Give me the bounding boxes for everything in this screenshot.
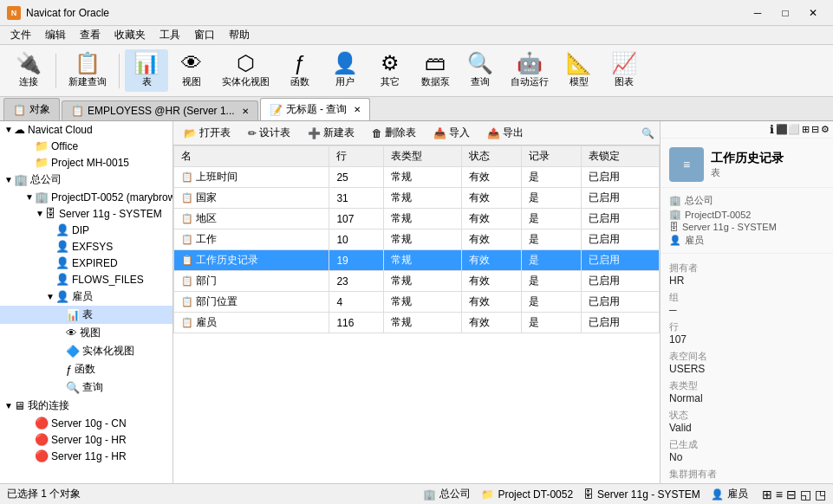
sec-btn-5[interactable]: 📤导出	[482, 124, 529, 142]
settings-btn[interactable]: ⚙	[821, 124, 830, 135]
item-label: 表	[82, 307, 93, 322]
sec-btn-4[interactable]: 📥导入	[428, 124, 475, 142]
status-collapse-btn[interactable]: ◳	[815, 488, 826, 501]
toolbar-view[interactable]: 👁视图	[170, 49, 213, 92]
tree-section-我的连接[interactable]: ▼🖥我的连接	[0, 397, 172, 415]
table-row[interactable]: 📋 部门位置4常规有效是已启用	[174, 292, 660, 313]
col-header-表类型[interactable]: 表类型	[384, 146, 462, 167]
cell-表类型: 常规	[384, 271, 462, 292]
search-button[interactable]: 🔍	[641, 127, 654, 139]
tree-item-Server 11g - HR[interactable]: 🔴Server 11g - HR	[0, 448, 172, 464]
menu-item-查看[interactable]: 查看	[73, 26, 107, 44]
table-row[interactable]: 📋 工作历史记录19常规有效是已启用	[174, 250, 660, 271]
arrow-icon: ▼	[3, 175, 14, 184]
cell-表类型: 常规	[384, 313, 462, 333]
toolbar-user[interactable]: 👤用户	[323, 49, 367, 92]
menu-item-工具[interactable]: 工具	[153, 26, 187, 44]
tree-item-函数[interactable]: ƒ函数	[0, 360, 172, 378]
tab-icon-employees: 📋	[71, 105, 84, 117]
sec-btn-1[interactable]: ✏设计表	[243, 124, 296, 142]
tree-item-查询[interactable]: 🔍查询	[0, 378, 172, 397]
tree-item-EXPIRED[interactable]: 👤EXPIRED	[0, 255, 172, 271]
tree-item-Server 10g - CN[interactable]: 🔴Server 10g - CN	[0, 415, 172, 431]
tree-item-Server 11g - SYSTEM[interactable]: ▼🗄Server 11g - SYSTEM	[0, 205, 172, 222]
toolbar-new-query[interactable]: 📋新建查询	[62, 49, 114, 92]
tab-employees[interactable]: 📋EMPLOYESS @HR (Server 1...✕	[62, 100, 258, 120]
status-list-btn[interactable]: ≡	[776, 488, 783, 501]
status-item-Server 11g - SYSTEM: 🗄Server 11g - SYSTEM	[583, 488, 700, 501]
close-button[interactable]: ✕	[800, 4, 826, 22]
toolbar-other[interactable]: ⚙其它	[368, 49, 412, 92]
tab-close-employees[interactable]: ✕	[242, 107, 249, 116]
toolbar-materialized-view[interactable]: ⬡实体化视图	[215, 49, 277, 92]
status-grid-btn[interactable]: ⊞	[762, 488, 772, 501]
tab-objects[interactable]: 📋对象	[3, 98, 60, 120]
item-label: 函数	[75, 362, 95, 377]
col-header-表锁定[interactable]: 表锁定	[582, 146, 660, 167]
toolbar-query[interactable]: 🔍查询	[459, 49, 502, 92]
toolbar-connect[interactable]: 🔌连接	[7, 49, 50, 92]
tree-item-ProjectDT-0052 (marybrown@...)[interactable]: ▼🏢ProjectDT-0052 (marybrown@...)	[0, 189, 172, 205]
sec-btn-0[interactable]: 📂打开表	[179, 124, 236, 142]
tree-item-FLOWS_FILES[interactable]: 👤FLOWS_FILES	[0, 271, 172, 288]
tree-item-表[interactable]: 📊表	[0, 306, 172, 324]
tree-section-Navicat Cloud[interactable]: ▼☁Navicat Cloud	[0, 121, 172, 138]
connect-label: 连接	[19, 75, 38, 88]
menu-item-帮助[interactable]: 帮助	[222, 26, 257, 44]
info-header: ≡ 工作历史记录 表	[661, 139, 833, 188]
tree-item-视图[interactable]: 👁视图	[0, 324, 172, 342]
toolbar-chart[interactable]: 📈图表	[602, 49, 646, 92]
toolbar-table[interactable]: 📊表	[125, 49, 168, 92]
tab-close-untitled-query[interactable]: ✕	[354, 105, 361, 114]
tree-item-雇员[interactable]: ▼👤雇员	[0, 288, 172, 306]
tree-section-总公司[interactable]: ▼🏢总公司	[0, 171, 172, 189]
tree-item-EXFSYS[interactable]: 👤EXFSYS	[0, 238, 172, 255]
hex-btn[interactable]: ⬛⬜	[776, 124, 800, 135]
tab-untitled-query[interactable]: 📝无标题 - 查询✕	[260, 98, 371, 120]
cell-状态: 有效	[461, 209, 521, 229]
breadcrumb-icon: 👤	[669, 235, 681, 246]
grid-btn[interactable]: ⊞	[802, 124, 810, 135]
status-detail-btn[interactable]: ⊟	[786, 488, 797, 501]
cell-记录: 是	[521, 271, 581, 292]
item-icon: 🔷	[66, 345, 80, 358]
prop-label-行: 行	[669, 320, 824, 333]
tree-item-Server 10g - HR[interactable]: 🔴Server 10g - HR	[0, 431, 172, 448]
table-row[interactable]: 📋 地区107常规有效是已启用	[174, 209, 660, 229]
menu-item-窗口[interactable]: 窗口	[187, 26, 222, 44]
toolbar-auto-run[interactable]: 🤖自动运行	[504, 49, 556, 92]
layout-btn[interactable]: ⊟	[811, 124, 819, 135]
menu-item-编辑[interactable]: 编辑	[38, 26, 73, 44]
sec-btn-3[interactable]: 🗑删除表	[367, 124, 421, 142]
minimize-button[interactable]: ─	[745, 4, 771, 22]
toolbar-function[interactable]: ƒ函数	[278, 49, 322, 92]
table-row[interactable]: 📋 国家31常规有效是已启用	[174, 188, 660, 209]
table-row[interactable]: 📋 部门23常规有效是已启用	[174, 271, 660, 292]
main-panel: 📂打开表✏设计表➕新建表🗑删除表📥导入📤导出🔍 名行表类型状态记录表锁定 📋 上…	[173, 121, 660, 483]
titlebar-controls: ─ □ ✕	[745, 4, 826, 22]
tree-item-Office[interactable]: 📁Office	[0, 138, 172, 154]
sec-label-2: 新建表	[323, 126, 355, 140]
table-row[interactable]: 📋 雇员116常规有效是已启用	[174, 313, 660, 333]
tree-item-DIP[interactable]: 👤DIP	[0, 222, 172, 238]
status-icon: 📁	[481, 488, 494, 501]
function-label: 函数	[290, 75, 309, 88]
cell-行: 116	[329, 313, 384, 333]
tree-item-Project MH-0015[interactable]: 📁Project MH-0015	[0, 154, 172, 171]
col-header-行[interactable]: 行	[329, 146, 384, 167]
sec-btn-2[interactable]: ➕新建表	[303, 124, 360, 142]
menu-item-文件[interactable]: 文件	[3, 26, 38, 44]
table-row[interactable]: 📋 工作10常规有效是已启用	[174, 229, 660, 250]
col-header-名[interactable]: 名	[174, 146, 329, 167]
toolbar-model[interactable]: 📐模型	[557, 49, 601, 92]
table-row[interactable]: 📋 上班时间25常规有效是已启用	[174, 167, 660, 188]
tree-item-实体化视图[interactable]: 🔷实体化视图	[0, 342, 172, 360]
toolbar-data-pump[interactable]: 🗃数据泵	[413, 49, 457, 92]
menu-item-收藏夹[interactable]: 收藏夹	[107, 26, 153, 44]
col-header-状态[interactable]: 状态	[461, 146, 521, 167]
maximize-button[interactable]: □	[772, 4, 798, 22]
info-btn[interactable]: ℹ	[770, 123, 774, 136]
status-expand-btn[interactable]: ◱	[800, 488, 811, 501]
item-label: FLOWS_FILES	[72, 274, 144, 286]
col-header-记录[interactable]: 记录	[521, 146, 581, 167]
